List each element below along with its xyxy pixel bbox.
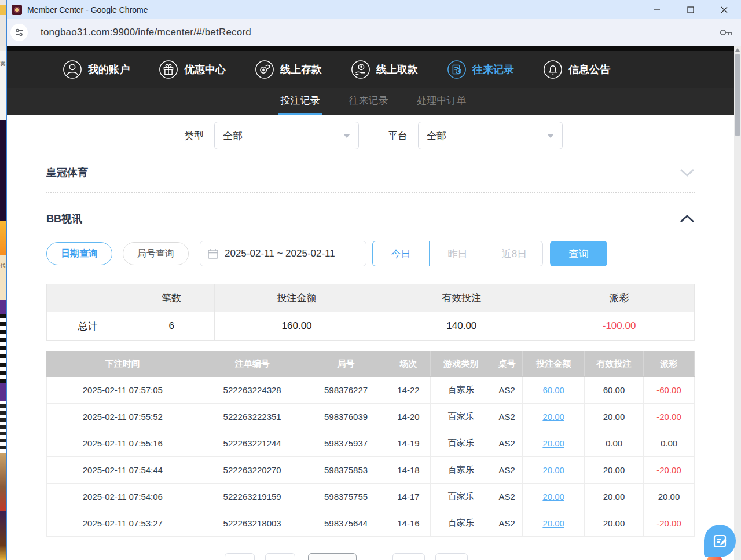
quick-date-group: 今日 昨日 近8日 bbox=[372, 241, 543, 266]
table-cell[interactable]: 20.00 bbox=[523, 510, 585, 537]
table-cell: 2025-02-11 07:55:52 bbox=[47, 404, 199, 430]
table-row: 2025-02-11 07:55:52522263222351598376039… bbox=[47, 404, 695, 430]
table-cell: 百家乐 bbox=[431, 510, 491, 537]
today-button[interactable]: 今日 bbox=[372, 241, 430, 266]
screen: 寞 代 Member Center - Google Chrome bbox=[0, 0, 741, 560]
filter-row: 类型 全部 平台 全部 bbox=[6, 122, 741, 149]
nav-item-online-withdraw[interactable]: 线上取款 bbox=[351, 60, 418, 79]
table-cell: 0.00 bbox=[585, 430, 644, 457]
content-area: 类型 全部 平台 全部 皇冠体育 BB视讯 日期查询 局号查询 bbox=[6, 115, 741, 560]
table-row: 2025-02-11 07:54:06522263219159598375755… bbox=[47, 484, 695, 510]
table-cell: 14-16 bbox=[386, 510, 431, 537]
platform-filter-label: 平台 bbox=[388, 129, 408, 142]
date-query-button[interactable]: 日期查询 bbox=[46, 242, 112, 265]
table-cell: 20.00 bbox=[585, 457, 644, 484]
customer-service-button[interactable] bbox=[704, 525, 736, 557]
table-cell: 522263221244 bbox=[199, 430, 306, 457]
nav-item-announcements[interactable]: 信息公告 bbox=[543, 60, 610, 79]
type-filter-label: 类型 bbox=[184, 129, 204, 142]
pagination-button-partial[interactable] bbox=[435, 553, 468, 560]
browser-address-bar[interactable]: tongbao31.com:9900/infe/mcenter/#/betRec… bbox=[6, 19, 741, 46]
chevron-up-icon[interactable] bbox=[680, 214, 695, 224]
pagination-button-partial[interactable] bbox=[265, 553, 295, 560]
table-cell: AS2 bbox=[491, 510, 523, 537]
nav-item-promotions[interactable]: 优惠中心 bbox=[159, 60, 226, 79]
table-cell: 百家乐 bbox=[431, 484, 491, 510]
round-query-button[interactable]: 局号查询 bbox=[123, 242, 189, 265]
summary-total-row: 总计 6 160.00 140.00 -100.00 bbox=[47, 312, 695, 341]
gift-icon bbox=[159, 60, 178, 79]
scroll-up-arrow-icon[interactable] bbox=[735, 48, 740, 52]
summary-total-bet-amount: 160.00 bbox=[214, 312, 379, 341]
table-cell: 598376039 bbox=[306, 404, 386, 430]
col-table-number: 桌号 bbox=[491, 352, 523, 377]
scrollbar-thumb[interactable] bbox=[735, 54, 740, 136]
table-cell: 20.00 bbox=[585, 484, 644, 510]
table-cell: 60.00 bbox=[585, 377, 644, 404]
type-filter-select[interactable]: 全部 bbox=[214, 122, 359, 149]
chevron-down-icon[interactable] bbox=[680, 168, 695, 177]
last-8-days-button[interactable]: 近8日 bbox=[486, 241, 543, 266]
table-cell[interactable]: 20.00 bbox=[523, 404, 585, 430]
background-window-strip: 寞 代 bbox=[0, 0, 6, 560]
minimize-button[interactable] bbox=[640, 0, 674, 19]
table-cell: 14-22 bbox=[386, 377, 431, 404]
table-row: 2025-02-11 07:53:27522263218003598375644… bbox=[47, 510, 695, 537]
col-ticket-number: 注单编号 bbox=[199, 352, 306, 377]
col-session: 场次 bbox=[386, 352, 431, 377]
table-cell: 14-19 bbox=[386, 430, 431, 457]
close-button[interactable] bbox=[707, 0, 741, 19]
section-bb-video[interactable]: BB视讯 bbox=[46, 212, 695, 226]
table-cell: 20.00 bbox=[585, 404, 644, 430]
table-cell: AS2 bbox=[491, 430, 523, 457]
table-cell: 522263218003 bbox=[199, 510, 306, 537]
summary-header-bet-amount: 投注金额 bbox=[214, 284, 379, 312]
summary-total-count: 6 bbox=[129, 312, 214, 341]
section-crown-sports[interactable]: 皇冠体育 bbox=[46, 166, 695, 180]
pagination-button-partial[interactable] bbox=[225, 553, 255, 560]
nav-item-my-account[interactable]: 我的账户 bbox=[63, 60, 130, 79]
bet-records-table: 下注时间 注单编号 局号 场次 游戏类别 桌号 投注金额 有效投注 派彩 202… bbox=[46, 351, 695, 537]
table-cell[interactable]: 20.00 bbox=[523, 430, 585, 457]
section-divider bbox=[46, 192, 695, 193]
site-settings-icon[interactable] bbox=[10, 24, 28, 41]
col-payout: 派彩 bbox=[644, 352, 695, 377]
strip-char-1: 寞 bbox=[0, 60, 6, 68]
nav-label: 往来记录 bbox=[472, 63, 514, 76]
window-titlebar: Member Center - Google Chrome bbox=[6, 0, 741, 19]
edit-note-icon bbox=[712, 533, 728, 549]
window-title: Member Center - Google Chrome bbox=[27, 5, 148, 14]
nav-item-transaction-records[interactable]: 往来记录 bbox=[447, 60, 514, 79]
nav-item-online-deposit[interactable]: 线上存款 bbox=[255, 60, 322, 79]
date-range-input[interactable]: 2025-02-11 ~ 2025-02-11 bbox=[200, 241, 366, 266]
section-title: 皇冠体育 bbox=[46, 166, 88, 180]
tab-pending-orders[interactable]: 处理中订单 bbox=[415, 88, 469, 115]
table-cell[interactable]: 20.00 bbox=[523, 484, 585, 510]
tab-bet-records[interactable]: 投注记录 bbox=[278, 88, 322, 115]
pagination-button-partial[interactable] bbox=[392, 553, 425, 560]
url-text[interactable]: tongbao31.com:9900/infe/mcenter/#/betRec… bbox=[41, 27, 251, 38]
table-cell: 598375644 bbox=[306, 510, 386, 537]
user-icon bbox=[63, 60, 82, 79]
table-cell: -20.00 bbox=[644, 457, 695, 484]
table-cell: -60.00 bbox=[644, 377, 695, 404]
summary-table: 笔数 投注金额 有效投注 派彩 总计 6 160.00 140.00 -100.… bbox=[46, 284, 695, 341]
col-game-type: 游戏类别 bbox=[431, 352, 491, 377]
main-navbar: 我的账户 优惠中心 线上存款 线上取款 往来记录 bbox=[6, 51, 741, 88]
table-cell: -20.00 bbox=[644, 404, 695, 430]
summary-total-label: 总计 bbox=[47, 312, 129, 341]
table-cell: AS2 bbox=[491, 457, 523, 484]
page-scrollbar[interactable] bbox=[734, 46, 741, 560]
maximize-button[interactable] bbox=[674, 0, 707, 19]
platform-filter-select[interactable]: 全部 bbox=[418, 122, 563, 149]
search-button[interactable]: 查询 bbox=[550, 241, 607, 266]
table-row: 2025-02-11 07:57:05522263224328598376227… bbox=[47, 377, 695, 404]
tab-transaction-records[interactable]: 往来记录 bbox=[347, 88, 391, 115]
yesterday-button[interactable]: 昨日 bbox=[429, 241, 486, 266]
table-cell[interactable]: 60.00 bbox=[523, 377, 585, 404]
table-cell[interactable]: 20.00 bbox=[523, 457, 585, 484]
password-key-icon[interactable] bbox=[719, 27, 733, 38]
table-cell: 598375853 bbox=[306, 457, 386, 484]
nav-label: 线上存款 bbox=[280, 63, 322, 76]
pagination-input-partial[interactable] bbox=[308, 553, 357, 560]
